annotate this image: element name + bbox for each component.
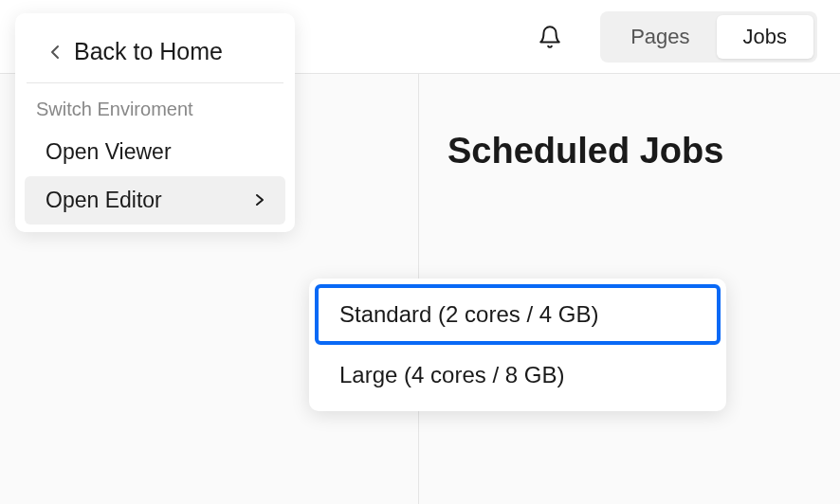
section-label: Switch Enviroment xyxy=(15,83,295,128)
editor-submenu: Standard (2 cores / 4 GB) Large (4 cores… xyxy=(309,279,726,411)
back-to-home[interactable]: Back to Home xyxy=(27,28,283,83)
submenu-item-large[interactable]: Large (4 cores / 8 GB) xyxy=(315,345,721,405)
menu-item-label: Open Viewer xyxy=(46,139,172,165)
tab-group: Pages Jobs xyxy=(600,11,817,63)
page-title: Scheduled Jobs xyxy=(447,131,812,171)
chevron-left-icon xyxy=(49,44,61,61)
workspace-dropdown: Back to Home Switch Enviroment Open View… xyxy=(15,13,295,232)
tab-jobs[interactable]: Jobs xyxy=(717,15,813,59)
back-label: Back to Home xyxy=(74,38,223,65)
menu-item-editor[interactable]: Open Editor xyxy=(25,176,285,225)
menu-item-label: Open Editor xyxy=(46,188,162,213)
tab-pages[interactable]: Pages xyxy=(604,15,716,59)
menu-item-viewer[interactable]: Open Viewer xyxy=(25,128,285,176)
bell-icon[interactable] xyxy=(538,25,562,49)
chevron-right-icon xyxy=(255,188,265,213)
submenu-item-standard[interactable]: Standard (2 cores / 4 GB) xyxy=(315,284,721,345)
